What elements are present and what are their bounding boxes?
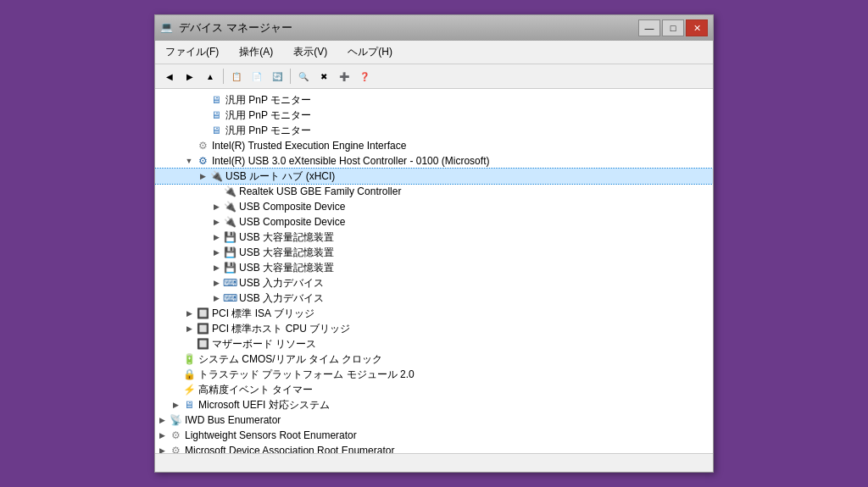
tree-item-label: Realtek USB GBE Family Controller — [239, 185, 401, 197]
window-icon: 💻 — [160, 21, 174, 35]
tree-row[interactable]: ▶💾USB 大容量記憶装置 — [155, 260, 713, 275]
status-bar — [155, 453, 713, 472]
back-button[interactable]: ◀ — [160, 67, 179, 86]
tree-item-icon: ⚙ — [169, 444, 182, 453]
tree-row[interactable]: ▶⌨USB 入力デバイス — [155, 291, 713, 306]
tree-row[interactable]: 🔌Realtek USB GBE Family Controller — [155, 184, 713, 199]
tree-item-label: PCI 標準ホスト CPU ブリッジ — [212, 322, 350, 336]
tree-item-icon: 🔌 — [209, 169, 223, 183]
scan-button[interactable]: 🔍 — [294, 67, 313, 86]
tree-row[interactable]: ⚙Intel(R) Trusted Execution Engine Inter… — [155, 138, 713, 153]
add-button[interactable]: ➕ — [335, 67, 353, 86]
tree-expander[interactable]: ▶ — [155, 429, 169, 442]
tree-expander[interactable]: ▶ — [155, 413, 169, 427]
tree-expander — [182, 337, 196, 351]
tree-expander[interactable]: ▶ — [209, 215, 223, 229]
menu-file[interactable]: ファイル(F) — [162, 43, 222, 61]
tree-expander[interactable]: ▶ — [209, 200, 223, 213]
tree-expander[interactable]: ▶ — [209, 291, 223, 305]
tree-expander — [196, 108, 209, 122]
tree-row[interactable]: 🔲マザーボード リソース — [155, 336, 713, 351]
maximize-button[interactable]: □ — [662, 19, 684, 36]
tree-expander[interactable]: ▶ — [209, 261, 223, 274]
tree-expander — [209, 185, 223, 198]
tree-row[interactable]: ▶🖥Microsoft UEFI 対応システム — [155, 397, 713, 412]
tree-item-label: システム CMOS/リアル タイム クロック — [198, 352, 382, 367]
properties-button[interactable]: 📄 — [248, 67, 266, 86]
tree-item-icon: 💾 — [223, 246, 236, 259]
tree-row[interactable]: 🖥汎用 PnP モニター — [155, 92, 713, 108]
menu-action[interactable]: 操作(A) — [236, 43, 276, 61]
help-button[interactable]: ❓ — [355, 67, 374, 86]
tree-expander[interactable]: ▶ — [209, 230, 223, 244]
remove-button[interactable]: ✖ — [314, 67, 333, 86]
menu-bar: ファイル(F) 操作(A) 表示(V) ヘルプ(H) — [155, 41, 713, 64]
tree-item-icon: 🖥 — [209, 108, 223, 122]
tree-row[interactable]: 🖥汎用 PnP モニター — [155, 108, 713, 123]
tree-row[interactable]: ▶🔲PCI 標準 ISA ブリッジ — [155, 306, 713, 321]
tree-row[interactable]: ▶⚙Lightweight Sensors Root Enumerator — [155, 428, 713, 443]
tree-row[interactable]: 🔒トラステッド プラットフォーム モジュール 2.0 — [155, 367, 713, 382]
tree-expander — [169, 368, 182, 381]
tree-item-icon: 🔲 — [196, 322, 209, 335]
toolbar-separator-1 — [223, 69, 224, 84]
tree-item-icon: 📡 — [169, 413, 182, 427]
tree-expander — [169, 352, 182, 366]
tree-row[interactable]: ▼⚙Intel(R) USB 3.0 eXtensible Host Contr… — [155, 153, 713, 169]
tree-item-label: IWD Bus Enumerator — [185, 414, 281, 426]
tree-expander[interactable]: ▶ — [169, 398, 182, 412]
tree-expander — [182, 139, 196, 152]
tree-row[interactable]: ▶🔌USB ルート ハブ (xHCI) — [155, 169, 713, 184]
tree-item-icon: 🖥 — [209, 93, 223, 107]
tree-expander[interactable]: ▼ — [182, 154, 196, 168]
menu-help[interactable]: ヘルプ(H) — [344, 43, 396, 61]
close-button[interactable]: ✕ — [686, 19, 708, 36]
tree-row[interactable]: ▶⚙Microsoft Device Association Root Enum… — [155, 443, 713, 453]
tree-expander[interactable]: ▶ — [182, 307, 196, 320]
tree-row[interactable]: 🖥汎用 PnP モニター — [155, 123, 713, 138]
device-manager-window: 💻 デバイス マネージャー — □ ✕ ファイル(F) 操作(A) 表示(V) … — [154, 14, 714, 473]
tree-row[interactable]: ▶🔲PCI 標準ホスト CPU ブリッジ — [155, 321, 713, 336]
toolbar: ◀ ▶ ▲ 📋 📄 🔄 🔍 ✖ ➕ ❓ — [155, 64, 713, 89]
menu-view[interactable]: 表示(V) — [290, 43, 331, 61]
tree-row[interactable]: ▶⌨USB 入力デバイス — [155, 275, 713, 291]
window-title: デバイス マネージャー — [179, 20, 292, 36]
tree-item-label: Lightweight Sensors Root Enumerator — [185, 429, 357, 441]
tree-item-icon: ⚙ — [196, 154, 209, 168]
tree-row[interactable]: ⚡高精度イベント タイマー — [155, 382, 713, 397]
tree-item-icon: 🔌 — [223, 185, 236, 198]
tree-item-label: Intel(R) USB 3.0 eXtensible Host Control… — [212, 155, 489, 167]
tree-item-icon: 🔒 — [182, 368, 196, 381]
tree-item-icon: ⚙ — [169, 429, 182, 442]
title-bar-left: 💻 デバイス マネージャー — [160, 20, 292, 36]
content-area: 🖥汎用 PnP モニター🖥汎用 PnP モニター🖥汎用 PnP モニター⚙Int… — [155, 89, 713, 453]
show-hide-button[interactable]: 📋 — [227, 67, 246, 86]
tree-row[interactable]: ▶🔌USB Composite Device — [155, 214, 713, 230]
tree-item-label: USB 大容量記憶装置 — [239, 261, 334, 275]
tree-row[interactable]: ▶🔌USB Composite Device — [155, 199, 713, 214]
tree-expander[interactable]: ▶ — [182, 322, 196, 335]
minimize-button[interactable]: — — [638, 19, 660, 36]
tree-item-label: USB Composite Device — [239, 201, 345, 213]
tree-item-label: 汎用 PnP モニター — [225, 124, 311, 138]
tree-expander[interactable]: ▶ — [209, 276, 223, 290]
tree-item-icon: 🔋 — [182, 352, 196, 366]
update-driver-button[interactable]: 🔄 — [268, 67, 287, 86]
tree-item-label: USB 大容量記憶装置 — [239, 230, 334, 245]
tree-row[interactable]: ▶💾USB 大容量記憶装置 — [155, 245, 713, 260]
tree-item-label: USB 入力デバイス — [239, 276, 324, 291]
up-button[interactable]: ▲ — [201, 67, 220, 86]
tree-expander[interactable]: ▶ — [196, 169, 209, 183]
tree-expander[interactable]: ▶ — [209, 246, 223, 259]
tree-item-icon: ⚡ — [182, 383, 196, 396]
tree-row[interactable]: ▶📡IWD Bus Enumerator — [155, 412, 713, 428]
toolbar-separator-2 — [290, 69, 291, 84]
forward-button[interactable]: ▶ — [181, 67, 199, 86]
tree-expander — [169, 383, 182, 396]
tree-item-icon: 🖥 — [209, 124, 223, 137]
tree-row[interactable]: ▶💾USB 大容量記憶装置 — [155, 230, 713, 245]
device-tree[interactable]: 🖥汎用 PnP モニター🖥汎用 PnP モニター🖥汎用 PnP モニター⚙Int… — [155, 89, 713, 453]
tree-expander[interactable]: ▶ — [155, 444, 169, 453]
title-controls: — □ ✕ — [638, 19, 708, 36]
tree-row[interactable]: 🔋システム CMOS/リアル タイム クロック — [155, 351, 713, 367]
